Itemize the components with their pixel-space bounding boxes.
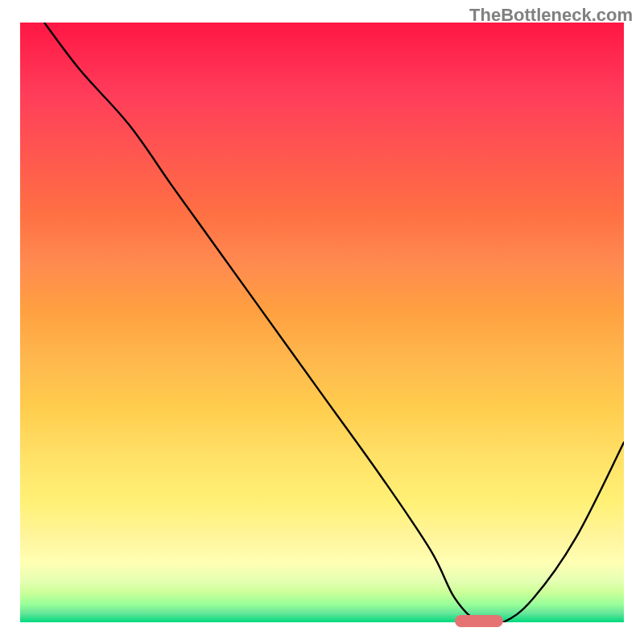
chart-plot-area bbox=[20, 23, 624, 622]
optimal-marker bbox=[455, 615, 503, 627]
chart-curve-svg bbox=[20, 23, 624, 622]
watermark-text: TheBottleneck.com bbox=[469, 5, 633, 26]
bottleneck-curve-line bbox=[44, 23, 624, 622]
